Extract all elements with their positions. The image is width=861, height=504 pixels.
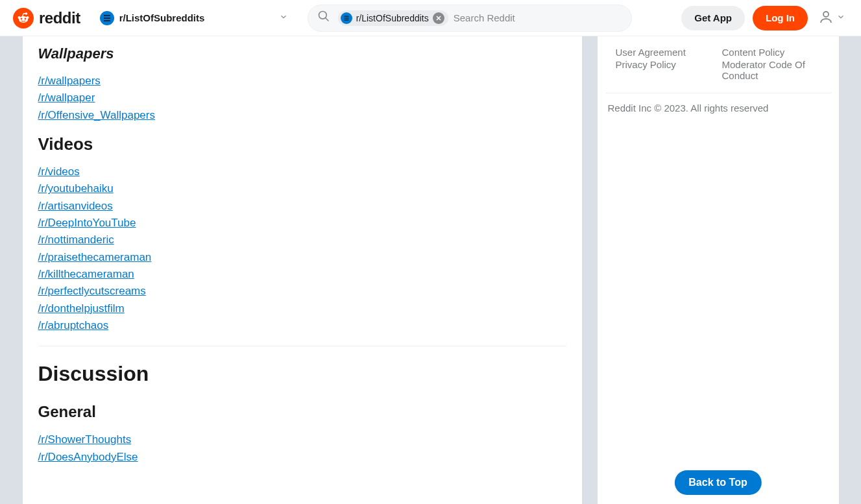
search-bar[interactable]: r/ListOfSubreddits <box>308 5 632 32</box>
footer-link-moderator-code[interactable]: Moderator Code Of Conduct <box>722 59 821 81</box>
subreddit-link[interactable]: /r/artisanvideos <box>38 198 113 215</box>
get-app-button[interactable]: Get App <box>681 6 745 30</box>
general-heading: General <box>38 403 566 421</box>
footer-links: User Agreement Privacy Policy Content Po… <box>605 44 831 93</box>
svg-point-14 <box>823 12 829 17</box>
subreddit-link[interactable]: /r/ShowerThoughts <box>38 431 132 448</box>
subreddit-link[interactable]: /r/wallpapers <box>38 73 101 90</box>
subreddit-icon <box>100 11 114 25</box>
chevron-down-icon <box>836 12 845 24</box>
chip-subreddit-icon <box>341 12 352 24</box>
subreddit-link[interactable]: /r/killthecameraman <box>38 266 134 283</box>
svg-point-4 <box>21 18 23 19</box>
subreddit-selector[interactable]: r/ListOfSubreddits <box>93 6 295 30</box>
subreddit-link[interactable]: /r/abruptchaos <box>38 317 109 334</box>
user-menu[interactable] <box>816 6 848 30</box>
svg-point-3 <box>27 16 29 19</box>
subreddit-link[interactable]: /r/wallpaper <box>38 90 95 106</box>
subreddit-link[interactable]: /r/Offensive_Wallpapers <box>38 107 155 124</box>
chip-label: r/ListOfSubreddits <box>356 13 429 23</box>
reddit-logo-icon <box>13 8 34 29</box>
videos-heading: Videos <box>38 134 566 154</box>
reddit-logo-text: reddit <box>39 9 80 27</box>
subreddit-link[interactable]: /r/praisethecameraman <box>38 249 152 266</box>
back-to-top-button[interactable]: Back to Top <box>674 470 761 495</box>
chip-clear-icon[interactable] <box>433 12 444 24</box>
sidebar: User Agreement Privacy Policy Content Po… <box>598 36 839 504</box>
subreddit-link[interactable]: /r/nottimanderic <box>38 232 114 248</box>
search-icon <box>317 10 330 26</box>
chevron-down-icon <box>279 12 288 23</box>
search-input[interactable] <box>454 12 625 23</box>
svg-point-9 <box>319 12 326 19</box>
footer-link-user-agreement[interactable]: User Agreement <box>616 47 714 58</box>
subreddit-link[interactable]: /r/youtubehaiku <box>38 180 114 197</box>
user-icon <box>818 9 834 27</box>
wallpapers-heading: Wallpapers <box>38 45 566 62</box>
subreddit-name: r/ListOfSubreddits <box>119 12 205 23</box>
search-scope-chip[interactable]: r/ListOfSubreddits <box>338 10 448 26</box>
subreddit-link[interactable]: /r/DoesAnybodyElse <box>38 449 138 466</box>
svg-point-2 <box>18 16 21 19</box>
login-button[interactable]: Log In <box>753 6 808 30</box>
subreddit-link[interactable]: /r/DeepIntoYouTube <box>38 215 136 232</box>
svg-point-5 <box>25 18 27 19</box>
footer-link-privacy-policy[interactable]: Privacy Policy <box>616 59 714 70</box>
footer-link-content-policy[interactable]: Content Policy <box>722 47 821 58</box>
svg-line-10 <box>325 18 328 21</box>
post-content: Wallpapers /r/wallpapers/r/wallpaper/r/O… <box>23 36 582 504</box>
main-layout: Wallpapers /r/wallpapers/r/wallpaper/r/O… <box>0 36 861 504</box>
reddit-logo[interactable]: reddit <box>13 8 80 29</box>
subreddit-link[interactable]: /r/perfectlycutscreams <box>38 283 146 300</box>
discussion-heading: Discussion <box>38 362 566 386</box>
top-header: reddit r/ListOfSubreddits r/ListOfSubred… <box>0 0 861 36</box>
copyright: Reddit Inc © 2023. All rights reserved <box>605 93 831 123</box>
subreddit-link[interactable]: /r/videos <box>38 163 80 180</box>
divider <box>38 346 566 346</box>
subreddit-link[interactable]: /r/donthelpjustfilm <box>38 300 125 317</box>
